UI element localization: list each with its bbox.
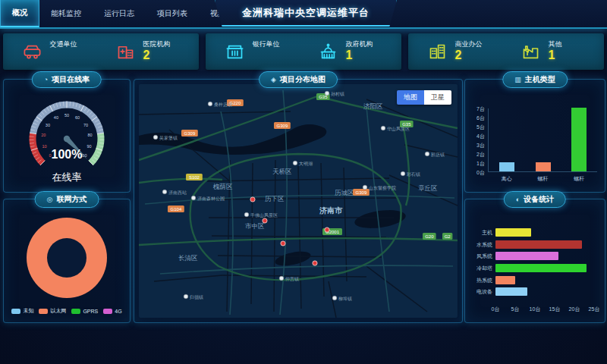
stat-value	[253, 49, 280, 62]
nav-tab-3[interactable]: 项目列表	[146, 0, 199, 27]
stat-text: 政府机构1	[346, 41, 373, 62]
project-marker[interactable]	[325, 228, 329, 232]
host-type-chart: 离心螺杆螺杆0台1台2台3台4台5台6台7台	[465, 80, 605, 192]
poi-label: 华山风景区	[387, 126, 410, 131]
svg-text:40: 40	[54, 115, 58, 120]
nav-tab-2[interactable]: 运行日志	[93, 0, 146, 27]
poi-marker[interactable]	[244, 212, 249, 217]
poi-label: 孙村镇	[331, 92, 344, 97]
y-axis-tick: 1台	[467, 160, 485, 168]
poi-label: 桑梓店镇	[214, 102, 232, 108]
poi-marker[interactable]	[381, 126, 385, 130]
stat-text: 银行单位	[253, 41, 280, 62]
stat-label: 银行单位	[253, 41, 280, 49]
district-label: 天桥区	[272, 168, 292, 175]
panel-network-title: ◎ 联网方式	[35, 191, 99, 208]
x-axis-tick: 10台	[527, 306, 543, 313]
hospital-icon	[115, 41, 137, 62]
stat-label: 其他	[549, 41, 562, 49]
poi-label: 郭店镇	[430, 152, 445, 158]
project-marker[interactable]	[250, 197, 255, 202]
nav-tab-1[interactable]: 能耗监控	[39, 0, 93, 27]
stat-value: 2	[455, 49, 483, 62]
poi-label: 济南西站	[168, 190, 187, 196]
project-map[interactable]: G309G309G309G220G104S102G35G35G2001G20G2…	[139, 84, 458, 318]
device-chart-plot	[495, 228, 594, 300]
legend-label: GPRS	[83, 309, 98, 314]
map-type-map[interactable]: 地图	[397, 90, 424, 105]
svg-text:G309: G309	[184, 131, 196, 136]
y-axis-label: 风系统	[468, 253, 492, 260]
project-marker[interactable]	[281, 241, 285, 246]
panel-map: ◈ 项目分布地图	[134, 79, 463, 323]
poi-marker[interactable]	[153, 135, 158, 140]
poi-marker[interactable]	[293, 161, 297, 165]
x-axis-tick: 5台	[507, 306, 524, 313]
nav-tab-0[interactable]: 概况	[0, 0, 39, 27]
legend-item-以太网[interactable]: 以太网	[39, 307, 66, 315]
svg-text:90: 90	[86, 144, 91, 149]
y-axis-label: 冷却塔	[468, 265, 492, 272]
gauge-svg: 0102030405060708090100100%	[10, 92, 124, 178]
panel-network: ◎ 联网方式 未知以太网GPRS4G	[3, 199, 131, 323]
poi-marker[interactable]	[425, 152, 429, 156]
svg-text:20: 20	[41, 133, 46, 137]
legend-swatch	[11, 309, 20, 314]
x-axis-tick: 25台	[586, 306, 602, 313]
stat-card-1: 银行单位政府机构1	[206, 33, 401, 70]
bar-主机	[495, 228, 531, 237]
project-marker[interactable]	[313, 261, 317, 265]
legend-item-4G[interactable]: 4G	[103, 307, 121, 315]
poi-marker[interactable]	[401, 171, 405, 176]
bar-冷却塔	[495, 264, 587, 272]
device-stats-chart: 主机水系统风系统冷却塔热系统电设备0台5台10台15台20台25台	[465, 199, 605, 322]
office-icon	[427, 41, 448, 62]
legend-swatch	[39, 309, 48, 314]
svg-text:G309: G309	[277, 124, 288, 128]
district-label: 长清区	[178, 254, 198, 262]
network-legend: 未知以太网GPRS4G	[4, 307, 130, 315]
poi-marker[interactable]	[332, 296, 337, 300]
panel-online-rate: ◔ 项目在线率 0102030405060708090100100% 在线率	[3, 79, 131, 193]
svg-text:80: 80	[88, 133, 93, 137]
bar-column: 螺杆	[561, 108, 597, 171]
svg-text:G20: G20	[425, 234, 434, 239]
stat-label: 医院机构	[143, 41, 171, 49]
y-axis-tick: 3台	[467, 142, 485, 149]
stat-card-0: 交通单位医院机构2	[3, 33, 199, 70]
stat-text: 交通单位	[50, 41, 77, 62]
map-canvas[interactable]: G309G309G309G220G104S102G35G35G2001G20G2…	[139, 84, 458, 318]
poi-marker[interactable]	[208, 102, 212, 106]
bar-column: 螺杆	[525, 108, 561, 171]
poi-marker[interactable]	[325, 91, 329, 96]
stat-card-row: 交通单位医院机构2银行单位政府机构1商业办公2其他1	[3, 33, 604, 70]
stat-label: 商业办公	[455, 41, 483, 49]
gauge-center-value: 100%	[52, 148, 83, 161]
bar-风系统	[495, 252, 558, 260]
stat-text: 其他1	[549, 41, 562, 62]
poi-marker[interactable]	[363, 185, 367, 190]
y-axis-label: 水系统	[468, 241, 492, 249]
online-rate-gauge: 0102030405060708090100100%	[4, 92, 130, 181]
legend-item-未知[interactable]: 未知	[11, 307, 33, 315]
svg-text:G309: G309	[356, 190, 367, 195]
bar-螺杆	[571, 108, 587, 171]
panel-title-text: 项目在线率	[52, 74, 90, 85]
poi-label: 柳埠镇	[338, 297, 352, 301]
project-marker[interactable]	[263, 218, 267, 223]
panel-host-type-title: ▥ 主机类型	[502, 71, 568, 88]
y-axis-tick: 0台	[467, 169, 485, 177]
district-label: 章丘区	[418, 184, 438, 192]
poi-marker[interactable]	[184, 294, 188, 299]
poi-label: 大明湖	[299, 161, 313, 166]
x-axis-tick: 0台	[487, 306, 504, 313]
bar-热系统	[495, 276, 515, 284]
poi-marker[interactable]	[162, 190, 167, 194]
poi-marker[interactable]	[279, 276, 284, 281]
legend-item-GPRS[interactable]: GPRS	[71, 307, 98, 315]
poi-marker[interactable]	[191, 196, 196, 200]
map-type-satellite[interactable]: 卫星	[424, 90, 451, 105]
y-axis-tick: 2台	[467, 151, 485, 158]
legend-label: 以太网	[50, 307, 66, 315]
svg-text:10: 10	[42, 144, 46, 149]
